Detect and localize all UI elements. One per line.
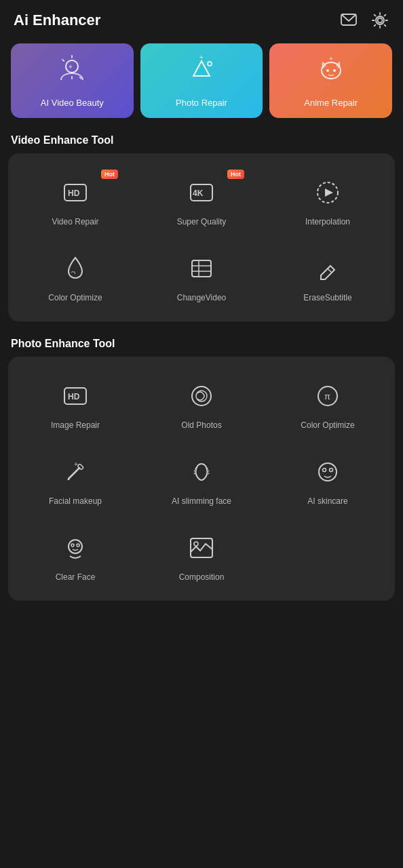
svg-text:HD: HD [68,392,80,401]
card-anime-repair[interactable]: + Anime Repair [269,43,392,118]
tool-composition[interactable]: Composition [140,519,263,590]
card-video-beauty-label: AI Video Beauty [41,98,104,108]
clear-face-icon [58,530,93,566]
tool-color-optimize-photo[interactable]: π Color Optimize [266,368,389,438]
tool-color-optimize-video-label: Color Optimize [48,293,102,302]
tool-super-quality[interactable]: Hot 4K Super Quality [140,164,263,235]
svg-point-36 [71,544,74,547]
tool-composition-label: Composition [179,572,225,582]
svg-point-32 [319,463,337,481]
card-photo-repair[interactable]: + Photo Repair [140,43,263,118]
tool-old-photos-label: Old Photos [181,420,221,430]
tool-color-optimize-photo-label: Color Optimize [301,420,354,430]
ai-slimming-face-icon [184,454,219,490]
tool-ai-skincare-label: AI skincare [307,496,347,506]
facial-makeup-icon: + [58,454,93,490]
svg-text:+: + [199,54,204,61]
svg-text:4K: 4K [193,189,204,198]
svg-point-6 [208,62,212,66]
svg-point-35 [69,540,82,553]
image-repair-icon: HD [58,378,93,414]
tool-color-optimize-video[interactable]: Color Optimize [14,240,137,311]
video-beauty-icon: + [56,54,88,92]
color-optimize-video-icon [58,251,93,286]
tool-change-video-label: ChangeVideo [177,293,227,302]
card-anime-repair-label: Anime Repair [304,98,358,108]
photo-section-title: Photo Enhance Tool [0,332,403,357]
hot-badge-super-quality: Hot [227,170,244,179]
svg-rect-18 [192,260,211,277]
svg-point-37 [77,544,79,547]
tool-ai-slimming-face-label: AI slimming face [172,496,231,506]
tool-ai-slimming-face[interactable]: AI slimming face [140,443,263,514]
svg-point-33 [323,469,326,472]
header: Ai Enhancer [0,0,403,38]
card-video-beauty[interactable]: + AI Video Beauty [11,43,134,118]
svg-point-25 [192,387,211,406]
photo-repair-icon: + [185,54,218,92]
tool-change-video[interactable]: ChangeVideo [140,240,263,311]
tool-image-repair-label: Image Repair [51,420,100,430]
svg-text:π: π [324,391,330,401]
tool-super-quality-label: Super Quality [177,217,227,226]
video-tool-card: Hot HD Video Repair Hot 4K Super Quality [8,153,395,321]
settings-icon[interactable] [370,11,389,30]
tool-interpolation-label: Interpolation [305,217,350,226]
super-quality-icon: 4K [184,175,219,210]
app-title: Ai Enhancer [14,12,100,29]
svg-point-1 [378,18,383,23]
tool-clear-face-label: Clear Face [56,572,96,582]
svg-line-29 [69,468,79,479]
svg-marker-17 [325,189,333,197]
tool-facial-makeup[interactable]: + Facial makeup [14,443,137,514]
card-photo-repair-label: Photo Repair [176,98,227,108]
composition-icon [184,530,219,566]
change-video-icon [184,251,219,286]
old-photos-icon [184,378,219,414]
svg-point-34 [330,469,333,472]
tool-interpolation[interactable]: Interpolation [266,164,389,235]
svg-point-10 [333,69,336,72]
video-section-title: Video Enhance Tool [0,129,403,153]
interpolation-icon [310,175,345,210]
tool-image-repair[interactable]: HD Image Repair [14,368,137,438]
tool-video-repair[interactable]: Hot HD Video Repair [14,164,137,235]
tool-erase-subtitle[interactable]: EraseSubtitle [266,240,389,311]
tool-erase-subtitle-label: EraseSubtitle [303,293,351,302]
photo-tool-card: HD Image Repair Old Photos π [8,357,395,601]
message-icon[interactable] [339,11,358,30]
tool-old-photos[interactable]: Old Photos [140,368,263,438]
svg-point-9 [326,69,329,72]
tool-clear-face[interactable]: Clear Face [14,519,137,590]
svg-text:+: + [69,63,73,71]
video-repair-icon: HD [58,175,93,210]
anime-repair-icon: + [315,54,347,92]
hot-badge-video-repair: Hot [101,170,118,179]
tool-ai-skincare[interactable]: AI skincare [266,443,389,514]
svg-text:+: + [329,55,333,62]
top-cards: + AI Video Beauty + Photo Repair + [0,38,403,129]
ai-skincare-icon [310,454,345,490]
svg-text:+: + [74,460,78,468]
svg-point-39 [194,542,198,546]
erase-subtitle-icon [310,251,345,286]
tool-video-repair-label: Video Repair [52,217,98,226]
color-optimize-photo-icon: π [310,378,345,414]
svg-line-22 [328,269,332,273]
tool-facial-makeup-label: Facial makeup [49,496,102,506]
svg-text:HD: HD [68,189,80,198]
